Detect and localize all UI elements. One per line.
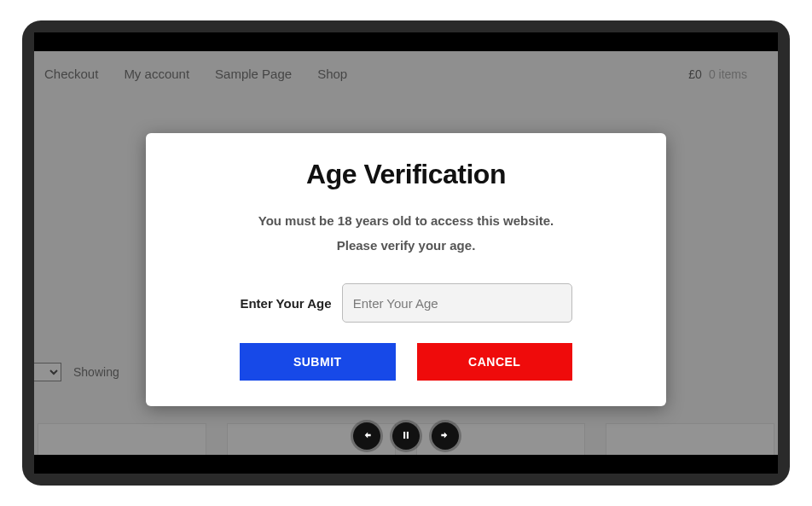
age-input-row: Enter Your Age — [187, 283, 625, 323]
modal-button-row: SUBMIT CANCEL — [187, 343, 625, 381]
age-verification-modal: Age Verification You must be 18 years ol… — [146, 133, 666, 406]
modal-overlay: Age Verification You must be 18 years ol… — [34, 51, 778, 455]
slider-prev-button[interactable] — [353, 422, 380, 450]
age-input[interactable] — [342, 283, 572, 323]
age-input-label: Enter Your Age — [240, 296, 331, 311]
browser-bottombar — [34, 455, 778, 474]
modal-line-1: You must be 18 years old to access this … — [187, 209, 625, 234]
screen: Checkout My account Sample Page Shop £0 … — [34, 32, 778, 474]
arrow-right-icon — [439, 429, 451, 444]
page: Checkout My account Sample Page Shop £0 … — [34, 51, 778, 455]
browser-topbar — [34, 32, 778, 51]
modal-title: Age Verification — [187, 159, 625, 190]
submit-button[interactable]: SUBMIT — [240, 343, 396, 381]
svg-rect-0 — [403, 431, 405, 438]
cancel-button[interactable]: CANCEL — [417, 343, 573, 381]
slider-controls — [353, 422, 459, 450]
arrow-left-icon — [361, 429, 373, 444]
slider-next-button[interactable] — [432, 422, 459, 450]
pause-icon — [400, 429, 412, 444]
modal-line-2: Please verify your age. — [187, 234, 625, 259]
device-frame: Checkout My account Sample Page Shop £0 … — [22, 20, 790, 486]
svg-rect-1 — [407, 431, 409, 438]
slider-pause-button[interactable] — [392, 422, 420, 450]
